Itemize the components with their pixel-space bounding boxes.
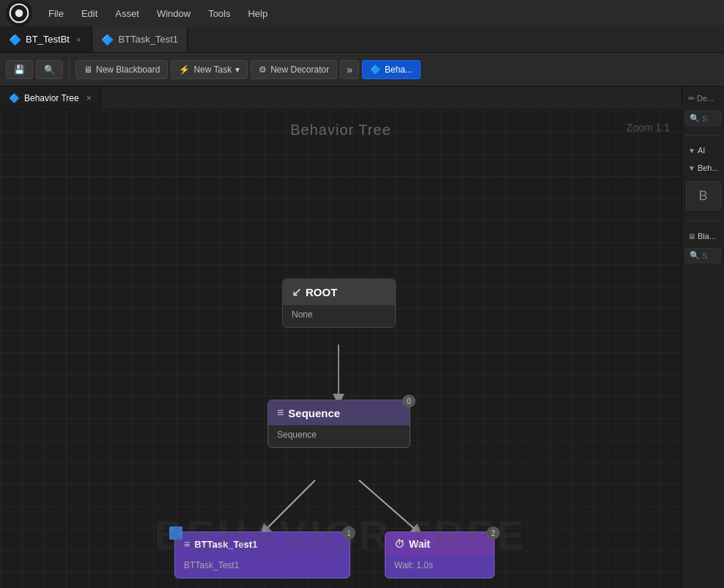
new-blackboard-label: New Blackboard [96,65,160,75]
new-task-button[interactable]: ⚡ New Task ▾ [171,60,248,79]
svg-point-1 [15,10,23,18]
behavior-label: Beha... [385,65,413,75]
menu-window[interactable]: Window [149,5,198,22]
tab-close-bt[interactable]: × [74,34,83,45]
tab-icon-bt: 🔷 [9,34,21,45]
search-icon-2: 🔍 [690,251,700,260]
left-panel: 🔷 Behavior Tree × Behavior Tree Zoom 1:1 [0,87,681,588]
sequence-body: Sequence [268,425,410,447]
main-layout: 🔷 Behavior Tree × Behavior Tree Zoom 1:1 [0,87,724,588]
save-icon: 💾 [14,65,25,75]
task1-title: BTTask_Test1 [194,539,257,550]
wait-body: Wait: 1.0s [385,556,494,578]
root-title: ROOT [306,286,337,298]
menu-asset[interactable]: Asset [108,5,147,22]
canvas-area[interactable]: Behavior Tree Zoom 1:1 ↙ [0,110,681,588]
search-label-2: S [702,251,707,260]
ai-expand-icon: ▼ [688,147,695,155]
menu-help[interactable]: Help [240,5,275,22]
toolbar: 💾 🔍 🖥 New Blackboard ⚡ New Task ▾ ⚙ New … [0,53,724,87]
beh-label: Beh... [698,163,719,172]
tab-bt-testbt[interactable]: 🔷 BT_TestBt × [0,26,92,52]
tab-bttask-test1[interactable]: 🔷 BTTask_Test1 [92,26,188,52]
tab-label-task: BTTask_Test1 [118,34,178,45]
search-icon-1: 🔍 [690,114,700,123]
node-wait[interactable]: 2 ⏱ Wait Wait: 1.0s [385,532,495,578]
task1-header: ≡ BTTask_Test1 [175,532,350,556]
sequence-header: ≡ Sequence [268,400,410,425]
behavior-tree-button[interactable]: 🔷 Beha... [362,60,421,79]
details-label: ✏ De... [685,92,721,105]
svg-line-3 [264,480,315,532]
svg-line-4 [359,480,418,532]
toolbar-sep-1 [69,59,70,80]
browse-icon: 🔍 [44,65,55,75]
node-root-header: ↙ ROOT [283,279,395,305]
wait-badge: 2 [487,526,500,540]
panel-tab-icon: 🔷 [9,93,20,103]
search-label-1: S [702,114,707,123]
sequence-badge: 0 [402,394,415,408]
blackboard-section: 🖥 Bla... [685,230,721,242]
menu-edit[interactable]: Edit [74,5,105,22]
decorator-icon: ⚙ [259,65,267,75]
right-sep-1 [685,135,721,136]
root-subtitle: None [292,309,313,320]
panel-tab-bt[interactable]: 🔷 Behavior Tree × [0,87,101,109]
menu-bar: File Edit Asset Window Tools Help [0,0,724,26]
right-search-2[interactable]: 🔍 S [685,248,721,263]
canvas-title: Behavior Tree [290,122,391,139]
right-search-1[interactable]: 🔍 S [685,111,721,126]
tab-label-bt: BT_TestBt [26,34,70,45]
wait-subtitle: Wait: 1.0s [394,560,433,570]
app-logo [6,0,32,26]
node-task1[interactable]: 1 ≡ BTTask_Test1 BTTask_Test1 [174,532,350,578]
menu-tools[interactable]: Tools [201,5,237,22]
canvas-zoom: Zoom 1:1 [627,122,670,133]
beh-expand-icon: ▼ [688,164,695,172]
right-panel: ✏ De... 🔍 S ▼ AI ▼ Beh... B 🖥 Bla... 🔍 S [681,87,724,588]
bb-icon: 🖥 [688,232,695,240]
panel-tab-label: Behavior Tree [24,93,79,103]
tab-icon-task: 🔷 [101,34,114,45]
wait-icon: ⏱ [394,538,405,550]
connection-arrows [0,110,681,588]
node-root-body: None [283,305,395,327]
node-root[interactable]: ↙ ROOT None [282,279,396,328]
panel-item-icon: B [698,188,707,204]
toolbar-more-button[interactable]: » [340,60,359,79]
task1-badge-left [169,526,182,540]
new-decorator-label: New Decorator [270,65,329,75]
wait-title: Wait [409,538,430,550]
menu-file[interactable]: File [41,5,71,22]
ai-section: ▼ AI [685,144,721,156]
ai-label: AI [698,146,705,155]
task1-badge: 1 [342,526,355,540]
root-icon: ↙ [292,285,301,299]
task1-subtitle: BTTask_Test1 [184,560,239,570]
task1-icon: ≡ [184,538,190,550]
bt-icon: 🔷 [370,65,381,75]
wait-header: ⏱ Wait [385,532,494,556]
new-decorator-button[interactable]: ⚙ New Decorator [251,60,337,79]
save-button[interactable]: 💾 [6,60,33,79]
sequence-subtitle: Sequence [277,430,317,440]
task-dropdown-icon: ▾ [235,65,240,75]
blackboard-icon: 🖥 [84,65,92,75]
sequence-icon: ≡ [277,406,284,419]
browse-button[interactable]: 🔍 [36,60,63,79]
panel-tab-bar: 🔷 Behavior Tree × [0,87,681,110]
new-task-label: New Task [193,65,232,75]
node-sequence[interactable]: 0 ≡ Sequence Sequence [267,400,410,448]
task-icon: ⚡ [179,65,190,75]
sequence-title: Sequence [288,407,340,419]
task1-body: BTTask_Test1 [175,556,350,578]
new-blackboard-button[interactable]: 🖥 New Blackboard [75,60,168,79]
bb-label: Bla... [698,232,716,240]
right-sep-2 [685,221,721,221]
beh-section: ▼ Beh... [685,162,721,174]
panel-tab-close[interactable]: × [86,93,92,103]
tab-bar: 🔷 BT_TestBt × 🔷 BTTask_Test1 [0,26,724,53]
right-panel-item-1[interactable]: B [686,181,721,210]
